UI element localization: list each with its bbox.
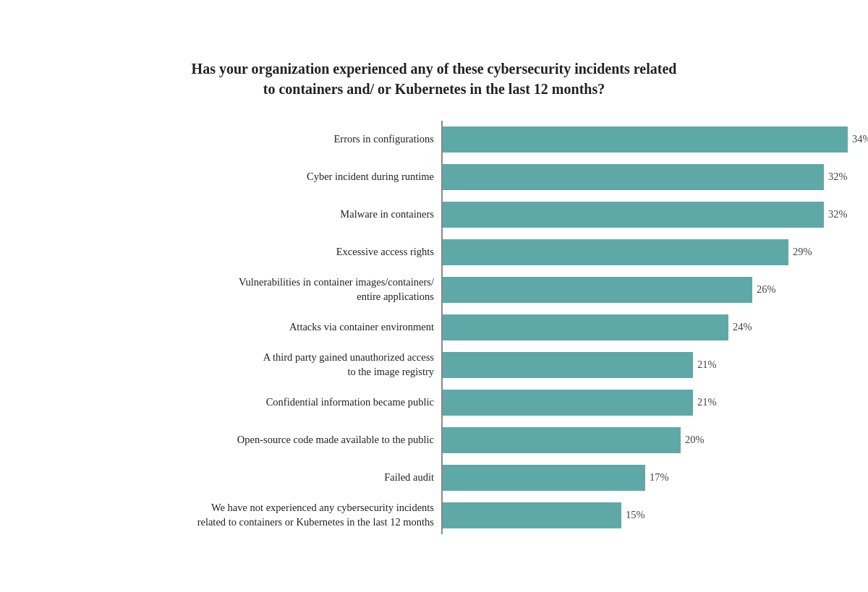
bar-label: Errors in configurations [22,132,441,147]
bar-label: A third party gained unauthorized access… [22,351,441,379]
bar-label: Malware in containers [22,207,441,222]
bar-label: Confidential information became public [22,395,441,410]
bar-row: Vulnerabilities in container images/cont… [22,271,846,309]
bar-track: 32% [443,202,848,228]
bar-fill [443,465,645,491]
title-line2: to containers and/ or Kubernetes in the … [263,81,605,97]
bar-track: 15% [443,502,846,528]
bar-fill [443,352,693,378]
bar-row: Attacks via container environment24% [22,309,846,346]
bar-fill [443,390,693,416]
bar-track: 21% [443,390,846,416]
bar-pct-label: 29% [793,246,812,258]
bar-pct-label: 21% [697,359,717,371]
bar-pct-label: 17% [650,471,669,484]
bar-pct-label: 15% [626,509,645,521]
bar-row: Excessive access rights29% [22,233,846,271]
bar-row: Cyber incident during runtime32% [22,158,846,196]
bar-row: Open-source code made available to the p… [22,421,846,459]
bar-label: We have not experienced any cybersecurit… [22,501,441,529]
bar-track: 17% [443,465,846,491]
bar-track: 29% [443,239,846,265]
bar-pct-label: 21% [697,396,717,408]
bar-fill [443,502,621,528]
bar-track: 21% [443,352,846,378]
bar-row: A third party gained unauthorized access… [22,346,846,384]
bar-row: Errors in configurations34% [22,121,846,158]
bar-pct-label: 34% [852,133,868,145]
bar-pct-label: 20% [685,434,705,446]
bar-label: Cyber incident during runtime [22,170,441,184]
bar-label: Excessive access rights [22,245,441,259]
bar-pct-label: 24% [733,321,752,333]
bar-fill [443,427,681,453]
chart-container: Has your organization experienced any of… [7,44,861,549]
bar-fill [443,126,848,153]
bar-row: Confidential information became public21… [22,384,846,421]
bar-row: We have not experienced any cybersecurit… [22,497,846,534]
title-line1: Has your organization experienced any of… [192,61,677,77]
bar-fill [443,202,824,228]
chart-body: Errors in configurations34%Cyber inciden… [22,121,846,534]
bar-label: Vulnerabilities in container images/cont… [22,275,441,304]
bar-label: Failed audit [22,471,441,485]
bar-label: Attacks via container environment [22,320,441,335]
bar-fill [443,277,752,303]
bar-row: Failed audit17% [22,459,846,497]
bar-fill [443,314,728,340]
bar-pct-label: 32% [828,208,848,220]
bar-track: 20% [443,427,846,453]
bar-track: 26% [443,277,846,303]
chart-title: Has your organization experienced any of… [22,59,846,99]
bar-track: 34% [443,126,868,153]
bar-fill [443,164,824,190]
bar-label: Open-source code made available to the p… [22,433,441,447]
bar-row: Malware in containers32% [22,196,846,233]
bar-pct-label: 26% [757,283,776,296]
bar-pct-label: 32% [828,171,848,183]
bar-fill [443,239,788,265]
bar-track: 32% [443,164,848,190]
bar-track: 24% [443,314,846,340]
